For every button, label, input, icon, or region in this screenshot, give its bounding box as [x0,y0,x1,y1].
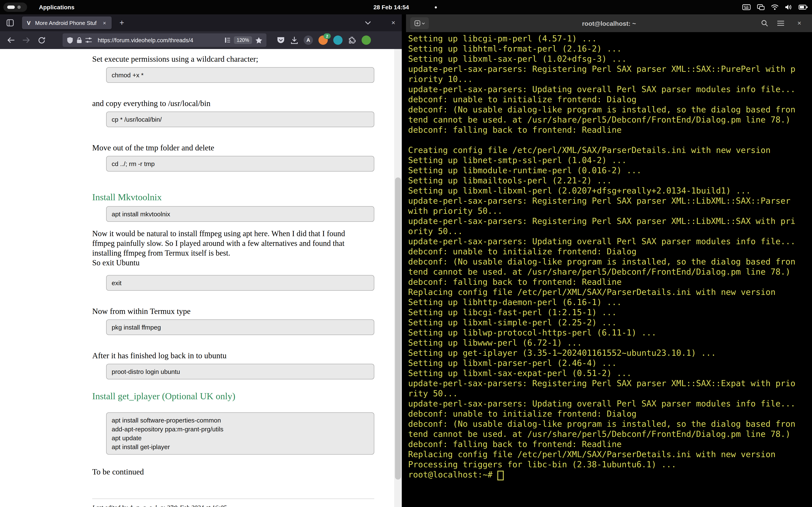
workspace-inactive-dot [17,5,21,9]
terminal-body[interactable]: Setting up libcgi-pm-perl (4.57-1) ... S… [406,32,812,507]
navigation-toolbar: https://forum.videohelp.com/threads/4 12… [0,31,402,49]
applications-menu[interactable]: Applications [39,0,74,14]
post-text: After it has finished log back in to ubu… [92,351,368,361]
terminal-header-bar: root@localhost: ~ × [406,14,812,33]
back-button[interactable] [4,34,18,47]
terminal-cursor [498,471,504,481]
keyboard-icon[interactable] [742,4,751,10]
terminal-title: root@localhost: ~ [582,20,636,27]
paragraph-line: So exit Ubuntu [92,258,368,268]
code-box-exit: exit [106,275,374,291]
terminal-window: root@localhost: ~ × Setting up libcgi-pm… [406,14,812,507]
terminal-close-button[interactable]: × [794,17,805,29]
terminal-search-icon[interactable] [759,17,770,29]
paragraph-line: ffmpeg painfully slow. So I played aroun… [92,239,368,248]
download-icon[interactable] [291,36,298,44]
code-box-mkvtoolnix: apt install mkvtoolnix [106,206,374,222]
workspace-active-dot [7,5,15,9]
shield-icon[interactable] [67,37,73,44]
post-text: and copy everything to /usr/local/bin [92,99,368,109]
last-edited-note: Last edited by A_n_g_e_l_a; 27th Feb 202… [92,503,368,507]
forward-button[interactable] [19,34,33,47]
section-heading-mkvtoolnix: Install Mkvtoolnix [92,191,368,203]
extensions-row: A 2 [276,36,371,45]
firefox-view-button[interactable] [4,17,16,29]
terminal-output: Setting up libcgi-pm-perl (4.57-1) ... S… [406,32,812,480]
new-terminal-tab-button[interactable] [410,17,429,29]
notification-dot [435,6,437,8]
tab-more-android-phone-stuff[interactable]: V More Android Phone Stuf × [22,16,112,29]
new-tab-button[interactable]: + [116,17,128,29]
clock[interactable]: 28 Feb 14:54 [359,0,423,14]
code-line: add-apt-repository ppa:m-grant-prg/utils [112,425,369,434]
signature-divider [92,499,374,499]
reload-button[interactable] [35,34,48,47]
desktop: Applications 28 Feb 14:54 [0,0,812,507]
url-text[interactable]: https://forum.videohelp.com/threads/4 [95,37,221,43]
code-box-copy: cp * /usr/local/bin/ [106,112,374,127]
volume-icon[interactable] [785,4,792,10]
firefox-window: V More Android Phone Stuf × + × [0,14,402,507]
post-text: Move out of the tmp folder and delete [92,143,368,153]
wifi-icon[interactable] [771,4,778,10]
permissions-sliders-icon[interactable] [86,37,92,43]
pocket-icon[interactable] [276,36,285,44]
battery-icon[interactable] [799,5,808,10]
extension-green-icon[interactable] [362,36,371,45]
workspace-indicator[interactable] [3,3,27,12]
url-bar[interactable]: https://forum.videohelp.com/threads/4 12… [63,34,266,47]
section-heading-get-iplayer: Install get_iplayer (Optional UK only) [92,390,368,402]
reader-mode-icon[interactable] [224,37,230,43]
extension-teal-icon[interactable] [333,36,343,45]
code-box-chmod: chmod +x * [106,67,374,83]
paragraph-line: installing ffmpeg from Termux itself is … [92,248,368,258]
forum-post: Set execute permissions using a wildcard… [0,49,402,507]
extensions-puzzle-icon[interactable] [348,36,356,44]
extension-privacy-badger-icon[interactable]: 2 [318,36,328,45]
code-box-get-iplayer: apt install software-properties-common a… [106,412,374,455]
paragraph-line: Now it would be natural to install ffmpe… [92,229,368,239]
tab-title: More Android Phone Stuf [35,20,101,26]
screen-share-icon[interactable] [757,4,765,10]
videohelp-favicon: V [26,19,32,26]
gnome-top-bar: Applications 28 Feb 14:54 [0,0,812,14]
post-text: Set execute permissions using a wildcard… [92,54,368,64]
extension-a-icon[interactable]: A [304,36,313,45]
extension-badge: 2 [323,34,331,39]
post-text: To be continued [92,467,368,477]
code-box-ffmpeg: pkg install ffmpeg [106,320,374,335]
page-scrollbar-thumb[interactable] [395,177,401,480]
chevron-down-icon [421,22,425,24]
tab-close-icon[interactable]: × [101,19,108,26]
terminal-menu-icon[interactable] [775,17,786,29]
lock-icon[interactable] [77,37,82,44]
code-box-login: proot-distro login ubuntu [106,364,374,379]
code-line: apt install software-properties-common [112,416,369,425]
zoom-level-badge[interactable]: 120% [234,36,252,44]
page-scrollbar-track[interactable] [394,49,402,507]
system-tray [742,0,808,14]
post-text: Now from within Termux type [92,306,368,317]
post-paragraph: Now it would be natural to install ffmpe… [92,229,368,268]
tab-bar: V More Android Phone Stuf × + × [0,14,402,31]
code-line: apt install get-iplayer [112,442,369,451]
list-all-tabs-chevron-icon[interactable] [362,17,374,29]
window-close-button[interactable]: × [388,17,399,29]
code-box-move: cd ../; rm -r tmp [106,156,374,172]
extension-a-letter: A [306,37,310,43]
page-content: Set execute permissions using a wildcard… [0,49,402,507]
code-line: apt update [112,434,369,442]
bookmark-star-icon[interactable] [255,37,262,43]
